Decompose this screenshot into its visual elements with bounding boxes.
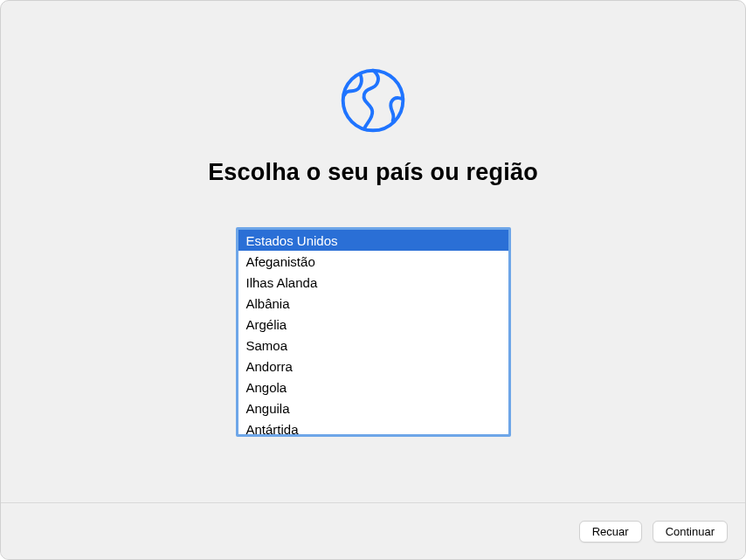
continue-button[interactable]: Continuar — [653, 521, 728, 543]
country-option[interactable]: Afeganistão — [238, 251, 508, 272]
setup-assistant-window: Escolha o seu país ou região Estados Uni… — [0, 0, 746, 560]
globe-icon — [339, 66, 407, 135]
country-option[interactable]: Estados Unidos — [238, 230, 508, 251]
content-area: Escolha o seu país ou região Estados Uni… — [1, 1, 745, 502]
country-option[interactable]: Angola — [238, 377, 508, 398]
country-option[interactable]: Argélia — [238, 314, 508, 335]
back-button[interactable]: Recuar — [579, 521, 642, 543]
footer-bar: Recuar Continuar — [1, 502, 745, 559]
country-listbox-frame: Estados UnidosAfeganistãoIlhas AlandaAlb… — [236, 227, 511, 437]
country-option[interactable]: Anguila — [238, 398, 508, 418]
country-option[interactable]: Antártida — [238, 418, 508, 434]
country-option[interactable]: Andorra — [238, 356, 508, 377]
country-option[interactable]: Albânia — [238, 293, 508, 314]
page-title: Escolha o seu país ou região — [208, 159, 538, 186]
country-option[interactable]: Ilhas Alanda — [238, 272, 508, 293]
country-listbox[interactable]: Estados UnidosAfeganistãoIlhas AlandaAlb… — [238, 230, 508, 434]
country-option[interactable]: Samoa — [238, 335, 508, 356]
